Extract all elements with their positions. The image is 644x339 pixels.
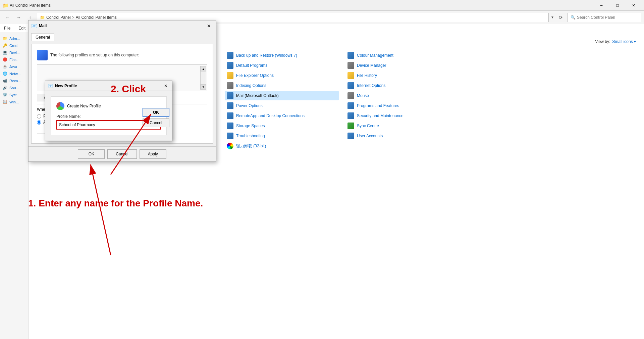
sidebar-item-cred[interactable]: 🔑 Cred...	[0, 42, 29, 49]
path-all-items: All Control Panel Items	[76, 15, 117, 20]
adm-icon: 📁	[3, 36, 7, 41]
security-label: Security and Maintenance	[357, 113, 404, 118]
cp-item-remote[interactable]: RemoteApp and Desktop Connections	[225, 111, 339, 120]
control-panel-grid: Back up and Restore (Windows 7) Colour M…	[225, 51, 636, 151]
cp-item-sync[interactable]: Sync Centre	[345, 121, 460, 131]
scroll-up-button[interactable]: ▲	[201, 66, 206, 71]
sidebar-item-flas[interactable]: 🔴 Flas...	[0, 56, 29, 63]
cp-item-uninstall[interactable]: 强力卸载 (32-bit)	[225, 141, 339, 151]
sidebar-cred-label: Cred...	[9, 44, 20, 48]
path-separator: >	[72, 15, 74, 20]
flas-icon: 🔴	[3, 57, 7, 62]
cp-item-device-manager[interactable]: Device Manager	[345, 61, 460, 70]
new-profile-dialog: 📧 New Profile ✕ Create New Profile Profi…	[45, 81, 172, 141]
maximize-button[interactable]: □	[610, 0, 625, 11]
device-manager-icon	[347, 62, 354, 69]
scroll-down-button[interactable]: ▼	[201, 84, 206, 90]
back-button[interactable]: ←	[3, 13, 12, 22]
default-label: Default Programs	[236, 63, 267, 68]
sidebar-item-win[interactable]: 🪟 Win...	[0, 98, 29, 105]
cp-item-indexing[interactable]: Indexing Options	[225, 81, 339, 90]
cp-item-storage[interactable]: Storage Spaces	[225, 121, 339, 131]
remote-label: RemoteApp and Desktop Connections	[236, 113, 305, 118]
close-button[interactable]: ✕	[626, 0, 641, 11]
programs-icon	[347, 102, 354, 109]
power-icon	[227, 102, 233, 109]
default-icon	[227, 62, 233, 69]
sidebar-item-java[interactable]: ☕ Java	[0, 63, 29, 70]
cp-item-mail[interactable]: Mail (Microsoft Outlook)	[225, 91, 339, 100]
new-profile-cancel-button[interactable]: Cancel	[143, 118, 169, 127]
sidebar-flas-label: Flas...	[9, 58, 19, 62]
mail-logo-icon	[37, 50, 48, 60]
new-profile-ok-button[interactable]: OK	[143, 108, 169, 117]
user-icon	[347, 133, 354, 139]
sou-icon: 🔊	[3, 86, 7, 90]
sidebar-item-devi[interactable]: 💻 Devi...	[0, 49, 29, 56]
mail-ok-button[interactable]: OK	[78, 149, 105, 159]
cp-item-default[interactable]: Default Programs	[225, 61, 339, 70]
indexing-icon	[227, 82, 233, 89]
reco-icon: 📹	[3, 79, 7, 83]
create-new-profile-label: Create New Profile	[67, 104, 101, 108]
new-profile-buttons: OK Cancel	[143, 108, 169, 127]
menu-edit[interactable]: Edit	[17, 25, 27, 31]
sidebar-item-syst[interactable]: ⚙️ Syst...	[0, 91, 29, 98]
sidebar-item-adm[interactable]: 📁 Adm...	[0, 35, 29, 42]
mail-cancel-button[interactable]: Cancel	[107, 149, 137, 159]
devi-icon: 💻	[3, 50, 7, 55]
mail-dialog-title: Mail	[39, 23, 205, 28]
syst-icon: ⚙️	[3, 93, 7, 97]
path-control-panel: Control Panel	[46, 15, 71, 20]
new-profile-icon: 📧	[48, 84, 53, 88]
cp-item-security[interactable]: Security and Maintenance	[345, 111, 460, 120]
programs-label: Programs and Features	[357, 103, 399, 108]
mail-apply-button[interactable]: Apply	[140, 149, 166, 159]
cp-item-internet[interactable]: Internet Options	[345, 81, 460, 90]
view-by-control: View by: Small icons ▾	[595, 39, 636, 44]
sidebar-item-netw[interactable]: 🌐 Netw...	[0, 70, 29, 77]
cp-item-mouse[interactable]: Mouse	[345, 91, 460, 100]
mail-dialog-close-button[interactable]: ✕	[205, 22, 213, 30]
sidebar-reco-label: Reco...	[9, 79, 21, 83]
search-input[interactable]	[577, 15, 638, 20]
netw-icon: 🌐	[3, 71, 7, 76]
sidebar-java-label: Java	[9, 65, 17, 69]
remote-icon	[227, 112, 233, 119]
new-profile-close-button[interactable]: ✕	[162, 82, 169, 90]
cp-item-backup[interactable]: Back up and Restore (Windows 7)	[225, 51, 339, 60]
uninstall-icon	[227, 143, 233, 149]
cp-item-power[interactable]: Power Options	[225, 101, 339, 110]
window-title: All Control Panel Items	[10, 3, 594, 8]
search-box[interactable]: 🔍	[568, 13, 641, 22]
cp-item-file-history[interactable]: File History	[345, 71, 460, 80]
forward-button[interactable]: →	[14, 13, 23, 22]
radio-prompt[interactable]	[37, 114, 41, 118]
cp-item-troubleshoot[interactable]: Troubleshooting	[225, 131, 339, 141]
radio-always[interactable]	[37, 120, 41, 125]
uninstall-label: 强力卸载 (32-bit)	[236, 143, 266, 149]
address-dropdown-button[interactable]: ▼	[551, 15, 554, 19]
view-by-dropdown[interactable]: Small icons ▾	[612, 39, 636, 44]
cp-item-user[interactable]: User Accounts	[345, 131, 460, 141]
troubleshoot-label: Troubleshooting	[236, 134, 265, 138]
cp-item-colour[interactable]: Colour Management	[345, 51, 460, 60]
sync-icon	[347, 123, 354, 129]
sidebar-adm-label: Adm...	[9, 37, 20, 41]
minimize-button[interactable]: –	[594, 0, 609, 11]
backup-label: Back up and Restore (Windows 7)	[236, 53, 297, 58]
tab-general[interactable]: General	[31, 33, 54, 41]
refresh-button[interactable]: ⟳	[556, 13, 566, 22]
troubleshoot-icon	[227, 133, 233, 139]
menu-file[interactable]: File	[3, 25, 12, 31]
window-icon: 📁	[3, 3, 8, 8]
sidebar-item-reco[interactable]: 📹 Reco...	[0, 77, 29, 84]
colour-icon	[347, 52, 354, 59]
mail-dialog-tabs: General	[29, 31, 216, 41]
profile-list-scrollbar: ▲ ▼	[200, 66, 206, 90]
cp-item-programs[interactable]: Programs and Features	[345, 101, 460, 110]
mail-label: Mail (Microsoft Outlook)	[236, 93, 279, 98]
mail-icon	[227, 92, 233, 99]
sidebar-item-sou[interactable]: 🔊 Sou...	[0, 84, 29, 91]
cp-item-file-explorer[interactable]: File Explorer Options	[225, 71, 339, 80]
